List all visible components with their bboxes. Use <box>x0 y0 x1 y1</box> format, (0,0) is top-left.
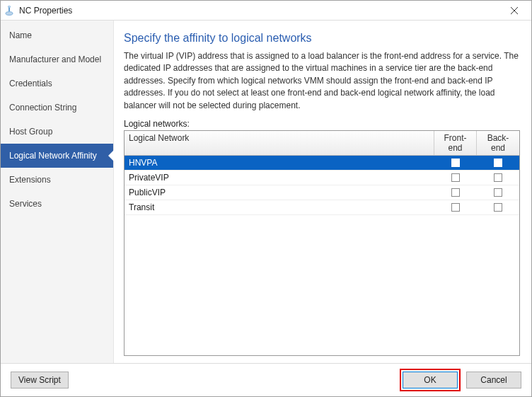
cell-network-name: PrivateVIP <box>125 171 434 185</box>
table-row[interactable]: Transit <box>125 200 519 215</box>
grid-body: HNVPAPrivateVIPPublicVIPTransit <box>125 156 519 355</box>
ok-button-highlight: OK <box>400 369 461 391</box>
window-title: NC Properties <box>19 6 500 16</box>
sidebar-item-label: Credentials <box>9 79 52 88</box>
logical-networks-grid: Logical Network Front-end Back-end HNVPA… <box>124 130 520 356</box>
dialog-window: NC Properties NameManufacturer and Model… <box>0 0 532 397</box>
backend-checkbox[interactable] <box>494 188 502 197</box>
close-icon <box>511 7 518 14</box>
frontend-checkbox[interactable] <box>451 173 460 182</box>
frontend-checkbox[interactable] <box>451 159 460 167</box>
cell-frontend <box>434 185 477 200</box>
cell-backend <box>477 171 519 185</box>
sidebar-item-manufacturer-and-model[interactable]: Manufacturer and Model <box>1 47 113 71</box>
cell-frontend <box>434 171 477 185</box>
cell-network-name: Transit <box>125 200 434 214</box>
sidebar-item-label: Extensions <box>9 175 51 185</box>
cancel-button[interactable]: Cancel <box>466 372 521 389</box>
cell-network-name: HNVPA <box>125 156 434 170</box>
backend-checkbox[interactable] <box>494 159 502 167</box>
page-heading: Specify the affinity to logical networks <box>124 32 520 45</box>
sidebar-item-connection-string[interactable]: Connection String <box>1 96 113 120</box>
backend-checkbox[interactable] <box>494 173 502 182</box>
cell-network-name: PublicVIP <box>125 185 434 200</box>
cell-frontend <box>434 200 477 214</box>
svg-point-1 <box>6 11 13 15</box>
column-header-name[interactable]: Logical Network <box>125 131 434 155</box>
sidebar-item-label: Manufacturer and Model <box>9 54 101 64</box>
cell-backend <box>477 200 519 214</box>
table-row[interactable]: HNVPA <box>125 156 519 171</box>
frontend-checkbox[interactable] <box>451 203 460 212</box>
table-row[interactable]: PublicVIP <box>125 185 519 200</box>
view-script-button[interactable]: View Script <box>11 372 69 389</box>
backend-checkbox[interactable] <box>494 203 502 212</box>
title-bar: NC Properties <box>1 1 531 21</box>
sidebar-item-services[interactable]: Services <box>1 192 113 216</box>
column-header-backend[interactable]: Back-end <box>477 131 519 155</box>
sidebar-item-label: Connection String <box>9 103 76 113</box>
page-description: The virtual IP (VIP) address that is ass… <box>124 50 520 112</box>
table-row[interactable]: PrivateVIP <box>125 171 519 185</box>
sidebar-item-credentials[interactable]: Credentials <box>1 71 113 96</box>
sidebar-item-name[interactable]: Name <box>1 23 113 47</box>
cell-backend <box>477 185 519 200</box>
grid-header: Logical Network Front-end Back-end <box>125 131 519 156</box>
content-pane: Specify the affinity to logical networks… <box>114 21 531 363</box>
sidebar-item-label: Logical Network Affinity <box>9 151 97 161</box>
sidebar-item-label: Host Group <box>9 127 52 137</box>
app-icon <box>4 5 15 16</box>
ok-button[interactable]: OK <box>403 372 458 389</box>
svg-point-2 <box>8 6 11 8</box>
sidebar-item-logical-network-affinity[interactable]: Logical Network Affinity <box>1 144 113 168</box>
list-label: Logical networks: <box>124 119 520 129</box>
sidebar: NameManufacturer and ModelCredentialsCon… <box>1 21 114 363</box>
dialog-footer: View Script OK Cancel <box>1 364 531 396</box>
column-header-frontend[interactable]: Front-end <box>434 131 477 155</box>
sidebar-item-host-group[interactable]: Host Group <box>1 120 113 144</box>
dialog-body: NameManufacturer and ModelCredentialsCon… <box>1 21 531 364</box>
sidebar-item-label: Name <box>9 30 32 40</box>
sidebar-item-label: Services <box>9 199 42 209</box>
cell-frontend <box>434 156 477 170</box>
cell-backend <box>477 156 519 170</box>
close-button[interactable] <box>500 1 528 20</box>
sidebar-item-extensions[interactable]: Extensions <box>1 168 113 192</box>
frontend-checkbox[interactable] <box>451 188 460 197</box>
